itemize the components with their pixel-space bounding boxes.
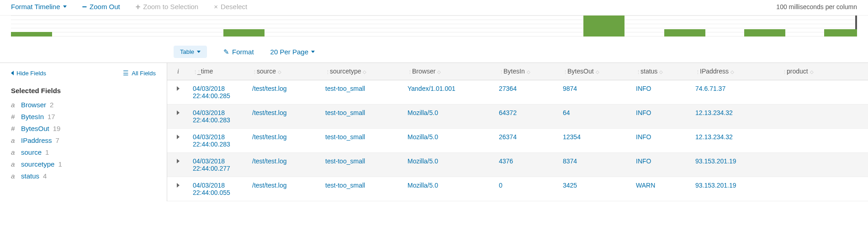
zoom-to-selection-button: + Zoom to Selection [136, 3, 198, 10]
column-sourcetype[interactable]: sourcetype◇ [322, 63, 404, 80]
cell-browser[interactable]: Yandex/1.01.001 [404, 80, 495, 105]
expand-row-button[interactable] [167, 177, 189, 201]
cell-source[interactable]: /test/test.log [249, 153, 322, 177]
cell-sourcetype[interactable]: test-too_small [322, 80, 404, 105]
timeline-bar[interactable] [11, 32, 52, 37]
expand-row-button[interactable] [167, 80, 189, 105]
cell-sourcetype[interactable]: test-too_small [322, 105, 404, 129]
sort-icon[interactable]: ◇ [437, 69, 441, 74]
zoom-out-button[interactable]: − Zoom Out [82, 3, 120, 10]
timeline-bar[interactable] [744, 29, 785, 37]
drag-handle-icon[interactable] [193, 68, 195, 75]
drag-handle-icon[interactable] [252, 68, 254, 75]
cell-status[interactable]: WARN [632, 177, 692, 201]
cell-sourcetype[interactable]: test-too_small [322, 177, 404, 201]
cell-bytesin[interactable]: 64372 [495, 105, 559, 129]
field-item[interactable]: aBrowser2 [11, 99, 156, 111]
timeline-bar[interactable] [223, 29, 265, 37]
drag-handle-icon[interactable] [325, 68, 327, 75]
cell-bytesout[interactable]: 9874 [559, 80, 632, 105]
field-item[interactable]: asourcetype1 [11, 158, 156, 170]
field-item[interactable]: astatus4 [11, 170, 156, 182]
cell-bytesout[interactable]: 12354 [559, 129, 632, 153]
expand-row-button[interactable] [167, 105, 189, 129]
view-mode-table-button[interactable]: Table [174, 46, 207, 58]
drag-handle-icon[interactable] [782, 68, 784, 75]
cell-browser[interactable]: Mozilla/5.0 [404, 153, 495, 177]
cell-time[interactable]: 04/03/2018 22:44:00.283 [189, 129, 249, 153]
cell-product[interactable] [778, 105, 868, 129]
sort-icon[interactable]: ◇ [659, 69, 663, 74]
per-page-menu[interactable]: 20 Per Page [270, 48, 315, 56]
cell-bytesin[interactable]: 4376 [495, 153, 559, 177]
column-bytesin[interactable]: BytesIn◇ [495, 63, 559, 80]
cell-bytesin[interactable]: 27364 [495, 80, 559, 105]
cell-product[interactable] [778, 129, 868, 153]
sort-icon[interactable]: ◇ [278, 69, 281, 74]
cell-source[interactable]: /test/test.log [249, 80, 322, 105]
cell-status[interactable]: INFO [632, 105, 692, 129]
column-product[interactable]: product◇ [778, 63, 868, 80]
column-ipaddress[interactable]: IPaddress◇ [692, 63, 778, 80]
cell-source[interactable]: /test/test.log [249, 177, 322, 201]
cell-product[interactable] [778, 177, 868, 201]
cell-sourcetype[interactable]: test-too_small [322, 153, 404, 177]
cell-source[interactable]: /test/test.log [249, 105, 322, 129]
cell-product[interactable] [778, 80, 868, 105]
field-item[interactable]: #BytesIn17 [11, 111, 156, 123]
cell-browser[interactable]: Mozilla/5.0 [404, 129, 495, 153]
cell-status[interactable]: INFO [632, 80, 692, 105]
column-time[interactable]: _time [189, 63, 249, 80]
cell-source[interactable]: /test/test.log [249, 129, 322, 153]
drag-handle-icon[interactable] [408, 68, 409, 75]
cell-sourcetype[interactable]: test-too_small [322, 129, 404, 153]
drag-handle-icon[interactable] [636, 68, 638, 75]
timeline-chart[interactable] [11, 16, 857, 37]
drag-handle-icon[interactable] [563, 68, 565, 75]
cell-bytesout[interactable]: 3425 [559, 177, 632, 201]
cell-bytesout[interactable]: 64 [559, 105, 632, 129]
cell-status[interactable]: INFO [632, 129, 692, 153]
sort-icon[interactable]: ◇ [596, 69, 599, 74]
cell-browser[interactable]: Mozilla/5.0 [404, 177, 495, 201]
cell-status[interactable]: INFO [632, 153, 692, 177]
cell-product[interactable] [778, 153, 868, 177]
field-item[interactable]: asource1 [11, 147, 156, 158]
format-timeline-menu[interactable]: Format Timeline [11, 3, 67, 10]
cell-time[interactable]: 04/03/2018 22:44:00.277 [189, 153, 249, 177]
column-info[interactable]: i [167, 63, 189, 80]
cell-time[interactable]: 04/03/2018 22:44:00.285 [189, 80, 249, 105]
cell-bytesin[interactable]: 0 [495, 177, 559, 201]
cell-bytesin[interactable]: 26374 [495, 129, 559, 153]
sort-icon[interactable]: ◇ [730, 69, 734, 74]
cell-time[interactable]: 04/03/2018 22:44:00.283 [189, 105, 249, 129]
expand-row-button[interactable] [167, 129, 189, 153]
timeline-bar[interactable] [583, 16, 625, 37]
drag-handle-icon[interactable] [695, 68, 697, 75]
sort-icon[interactable]: ◇ [363, 69, 366, 74]
cell-ipaddress[interactable]: 12.13.234.32 [692, 105, 778, 129]
drag-handle-icon[interactable] [499, 68, 501, 75]
expand-row-button[interactable] [167, 153, 189, 177]
sort-icon[interactable]: ◇ [527, 69, 530, 74]
column-bytesout[interactable]: BytesOut◇ [559, 63, 632, 80]
cell-ipaddress[interactable]: 12.13.234.32 [692, 129, 778, 153]
timeline-bar[interactable] [824, 29, 857, 37]
cell-bytesout[interactable]: 8374 [559, 153, 632, 177]
sort-icon[interactable]: ◇ [810, 69, 814, 74]
format-button[interactable]: ✎ Format [223, 48, 254, 56]
cell-time[interactable]: 04/03/2018 22:44:00.055 [189, 177, 249, 201]
column-source[interactable]: source◇ [249, 63, 322, 80]
column-browser[interactable]: Browser◇ [404, 63, 495, 80]
cell-ipaddress[interactable]: 93.153.201.19 [692, 177, 778, 201]
column-status[interactable]: status◇ [632, 63, 692, 80]
cell-ipaddress[interactable]: 74.6.71.37 [692, 80, 778, 105]
field-name: IPaddress [21, 135, 52, 147]
all-fields-button[interactable]: ☰ All Fields [123, 69, 156, 77]
field-item[interactable]: aIPaddress7 [11, 135, 156, 147]
cell-browser[interactable]: Mozilla/5.0 [404, 105, 495, 129]
cell-ipaddress[interactable]: 93.153.201.19 [692, 153, 778, 177]
hide-fields-button[interactable]: Hide Fields [11, 70, 46, 77]
timeline-bar[interactable] [664, 29, 705, 37]
field-item[interactable]: #BytesOut19 [11, 123, 156, 135]
